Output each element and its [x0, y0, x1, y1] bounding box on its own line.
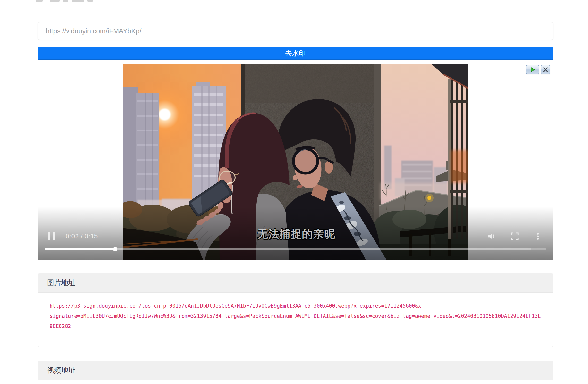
time-display: 0:02 / 0:15 — [65, 233, 98, 240]
plugin-buttons — [526, 65, 550, 74]
video-url-header: 视频地址 — [38, 361, 553, 380]
fullscreen-icon — [510, 232, 519, 241]
volume-button[interactable] — [487, 232, 496, 241]
video-controls: 0:02 / 0:15 — [38, 229, 553, 244]
image-url-card: 图片地址 https://p3-sign.douyinpic.com/tos-c… — [38, 273, 553, 347]
seek-played — [45, 248, 115, 250]
image-url-title: 图片地址 — [47, 278, 75, 288]
video-url-title: 视频地址 — [47, 365, 75, 375]
image-url-text: https://p3-sign.douyinpic.com/tos-cn-p-0… — [50, 301, 541, 331]
fullscreen-button[interactable] — [510, 232, 519, 241]
plugin-close-button[interactable] — [541, 65, 550, 74]
seek-thumb[interactable] — [113, 247, 117, 251]
main-container: 去水印 — [38, 0, 553, 384]
pause-button[interactable] — [48, 232, 55, 240]
plugin-play-button[interactable] — [526, 65, 539, 74]
remove-watermark-button[interactable]: 去水印 — [38, 47, 553, 60]
video-player[interactable]: 无法捕捉的亲昵 0:02 / 0:15 — [38, 64, 553, 260]
sun — [159, 109, 170, 120]
video-link-input[interactable] — [38, 22, 553, 40]
close-icon — [543, 67, 548, 72]
image-url-header: 图片地址 — [38, 273, 553, 292]
green-play-icon — [530, 67, 535, 72]
seek-bar[interactable] — [45, 248, 546, 250]
overflow-menu-button[interactable] — [533, 232, 543, 241]
more-options-icon — [533, 232, 543, 241]
volume-icon — [487, 232, 496, 241]
lamp — [427, 196, 431, 200]
video-url-card: 视频地址 — [38, 361, 553, 384]
seek-buffered — [45, 248, 531, 250]
